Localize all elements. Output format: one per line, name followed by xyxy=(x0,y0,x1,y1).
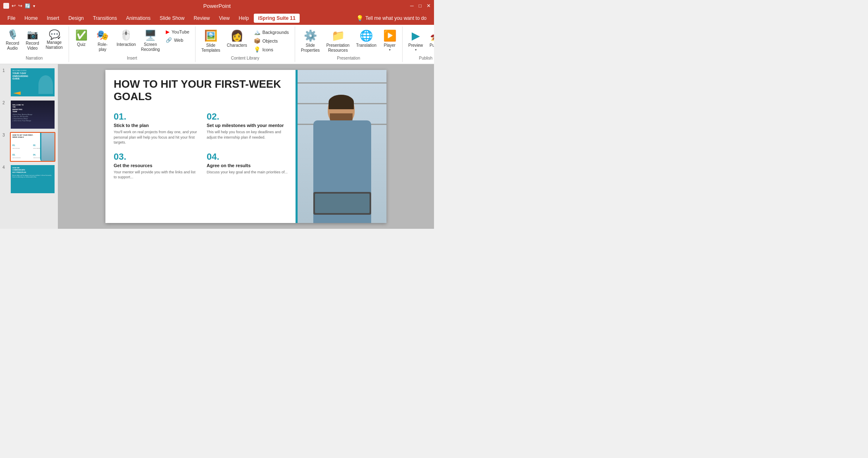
screen-recording-btn[interactable]: 🖥️ ScreenRecording xyxy=(139,28,162,53)
manage-narration-btn[interactable]: 💬 ✔ ManageNarration xyxy=(43,28,65,51)
slide-grid: 01. Stick to the plan You'll work on rea… xyxy=(114,111,291,180)
slide-thumb-2[interactable]: 2 WELCOME TOTHEMARKETINGTEAM ● Andrea Sh… xyxy=(2,100,55,129)
redo-btn[interactable]: ↪ xyxy=(18,3,22,9)
repeat-btn[interactable]: 🔄 xyxy=(25,3,31,9)
s4-desc: As you adapt, we'll be happy to see you … xyxy=(12,175,53,178)
interaction-label: Interaction xyxy=(117,42,136,47)
slide-panel: 1 WELCOME COURSE YOUR 7-DAYONBOARDINGGUI… xyxy=(0,64,58,229)
player-icon: ▶️ xyxy=(383,29,396,42)
interaction-btn[interactable]: 🖱️ Interaction xyxy=(115,28,138,48)
quiz-btn[interactable]: ✅ Quiz xyxy=(72,28,91,48)
menu-insert[interactable]: Insert xyxy=(43,14,63,23)
player-btn[interactable]: ▶️ Player ▾ xyxy=(381,28,399,53)
publish-icon: 🚀 xyxy=(430,29,434,42)
web-btn[interactable]: 🔗 Web xyxy=(163,36,192,44)
s2-item1: ● Andrea Sharp, Marketing Manager xyxy=(12,114,53,115)
slide-num-4: 4 xyxy=(2,164,7,170)
web-icon: 🔗 xyxy=(166,37,172,43)
menu-design[interactable]: Design xyxy=(64,14,88,23)
minimize-btn[interactable]: ─ xyxy=(410,3,414,9)
slide-photo-area xyxy=(298,70,386,223)
preview-dropdown-icon: ▾ xyxy=(415,48,417,52)
slide-img-2[interactable]: WELCOME TOTHEMARKETINGTEAM ● Andrea Shar… xyxy=(10,100,55,129)
slide-item-3: 03. Get the resources Your mentor will p… xyxy=(114,151,198,180)
preview-icon: ▶ xyxy=(412,29,420,42)
interaction-icon: 🖱️ xyxy=(120,29,132,41)
slide-num-1: 1 xyxy=(2,67,7,73)
close-btn[interactable]: ✕ xyxy=(427,3,431,9)
undo-btn[interactable]: ↩ xyxy=(12,3,16,9)
ribbon-group-insert: ✅ Quiz 🎭 Role-play 🖱️ Interaction 🖥️ Scr… xyxy=(69,26,196,62)
library-extras-col: 🏔️ Backgrounds 📦 Objects 💡 Icons xyxy=(251,28,291,53)
s2-item2: ● Oliver Kim, SEO Specialist xyxy=(12,116,53,117)
menu-home[interactable]: Home xyxy=(20,14,42,23)
menu-transitions[interactable]: Transitions xyxy=(89,14,121,23)
content-library-group-title: Content Library xyxy=(231,54,259,60)
ribbon-group-publish: ▶ Preview ▾ 🚀 Publish Publish xyxy=(403,26,434,62)
app-icon xyxy=(3,3,9,9)
item-4-num: 04. xyxy=(207,151,291,162)
menu-review[interactable]: Review xyxy=(189,14,214,23)
publish-btn[interactable]: 🚀 Publish xyxy=(427,28,434,49)
main-slide-area[interactable]: HOW TO HIT YOUR FIRST-WEEK GOALS 01. Sti… xyxy=(58,64,434,229)
slide-templates-label: SlideTemplates xyxy=(201,43,220,53)
slide-thumb-4[interactable]: 4 HOW WECOMMUNICATE:KEY PRINCIPLES As yo… xyxy=(2,164,55,194)
slide-img-4[interactable]: HOW WECOMMUNICATE:KEY PRINCIPLES As you … xyxy=(10,164,55,194)
menu-ispring[interactable]: iSpring Suite 11 xyxy=(254,14,300,23)
s4-title: HOW WECOMMUNICATE:KEY PRINCIPLES xyxy=(12,167,53,173)
preview-btn[interactable]: ▶ Preview ▾ xyxy=(406,28,426,53)
youtube-btn[interactable]: ▶ YouTube xyxy=(163,28,192,36)
qat-dropdown[interactable]: ▾ xyxy=(33,4,35,8)
item-2-title: Set up milestones with your mentor xyxy=(207,123,291,128)
slide-img-1[interactable]: WELCOME COURSE YOUR 7-DAYONBOARDINGGUIDE xyxy=(10,67,55,97)
s1-welcome: WELCOME COURSE xyxy=(12,70,53,72)
item-3-desc: Your mentor will provide you with the li… xyxy=(114,170,198,180)
backgrounds-btn[interactable]: 🏔️ Backgrounds xyxy=(251,28,291,36)
maximize-btn[interactable]: □ xyxy=(419,3,422,9)
record-audio-label: RecordAudio xyxy=(6,41,19,51)
quiz-icon: ✅ xyxy=(75,29,88,41)
roleplay-icon: 🎭 xyxy=(96,29,109,41)
translation-icon: 🌐 xyxy=(360,29,373,42)
content-area: 1 WELCOME COURSE YOUR 7-DAYONBOARDINGGUI… xyxy=(0,64,434,229)
s2-item4: ● Carlos Gomez, Project Manager xyxy=(12,120,53,122)
presentation-resources-btn[interactable]: 📁 PresentationResources xyxy=(324,28,352,54)
translation-btn[interactable]: 🌐 Translation xyxy=(354,28,379,49)
slide-thumb-3[interactable]: 3 HOW TO HIT YOUR FIRST-WEEK GOALS 01.St… xyxy=(2,132,55,162)
icons-btn[interactable]: 💡 Icons xyxy=(251,46,291,53)
menu-animations[interactable]: Animations xyxy=(122,14,155,23)
roleplay-btn[interactable]: 🎭 Role-play xyxy=(92,28,113,53)
menu-slideshow[interactable]: Slide Show xyxy=(155,14,188,23)
laptop-screen xyxy=(315,194,370,213)
menu-view[interactable]: View xyxy=(215,14,234,23)
web-label: Web xyxy=(174,38,183,43)
characters-btn[interactable]: 👩 Characters xyxy=(224,28,250,49)
record-audio-btn[interactable]: 🎙️ RecordAudio xyxy=(3,28,21,52)
slide-properties-btn[interactable]: ⚙️ SlideProperties xyxy=(298,28,322,54)
item-2-desc: This will help you focus on key deadline… xyxy=(207,129,291,140)
characters-icon: 👩 xyxy=(230,29,243,42)
record-video-label: RecordVideo xyxy=(26,41,39,51)
item-1-num: 01. xyxy=(114,111,198,122)
publish-items: ▶ Preview ▾ 🚀 Publish xyxy=(406,28,434,54)
menu-help[interactable]: Help xyxy=(235,14,253,23)
objects-btn[interactable]: 📦 Objects xyxy=(251,37,291,45)
slide-img-3[interactable]: HOW TO HIT YOUR FIRST-WEEK GOALS 01.Stic… xyxy=(10,132,55,162)
item-2-num: 02. xyxy=(207,111,291,122)
title-bar-controls[interactable]: ↩ ↪ 🔄 ▾ xyxy=(3,3,35,9)
s2-item3: ● Tanya Hashimoto, Analyst xyxy=(12,118,53,120)
tell-me-area[interactable]: 💡 Tell me what you want to do xyxy=(352,13,431,23)
menu-file[interactable]: File xyxy=(3,14,19,23)
slide-properties-label: SlideProperties xyxy=(301,43,320,53)
slide-content: HOW TO HIT YOUR FIRST-WEEK GOALS 01. Sti… xyxy=(114,78,291,180)
narration-items: 🎙️ RecordAudio 📷 RecordVideo 💬 ✔ ManageN… xyxy=(3,28,65,54)
record-video-btn[interactable]: 📷 RecordVideo xyxy=(23,28,41,52)
tell-me-text[interactable]: Tell me what you want to do xyxy=(365,15,427,21)
objects-label: Objects xyxy=(262,38,278,43)
backgrounds-label: Backgrounds xyxy=(262,30,289,35)
slide-item-4: 04. Agree on the results Discuss your ke… xyxy=(207,151,291,180)
publish-label: Publish xyxy=(429,43,434,48)
slide-thumb-1[interactable]: 1 WELCOME COURSE YOUR 7-DAYONBOARDINGGUI… xyxy=(2,67,55,97)
slide-canvas[interactable]: HOW TO HIT YOUR FIRST-WEEK GOALS 01. Sti… xyxy=(105,70,386,223)
slide-templates-btn[interactable]: 🖼️ SlideTemplates xyxy=(199,28,223,54)
